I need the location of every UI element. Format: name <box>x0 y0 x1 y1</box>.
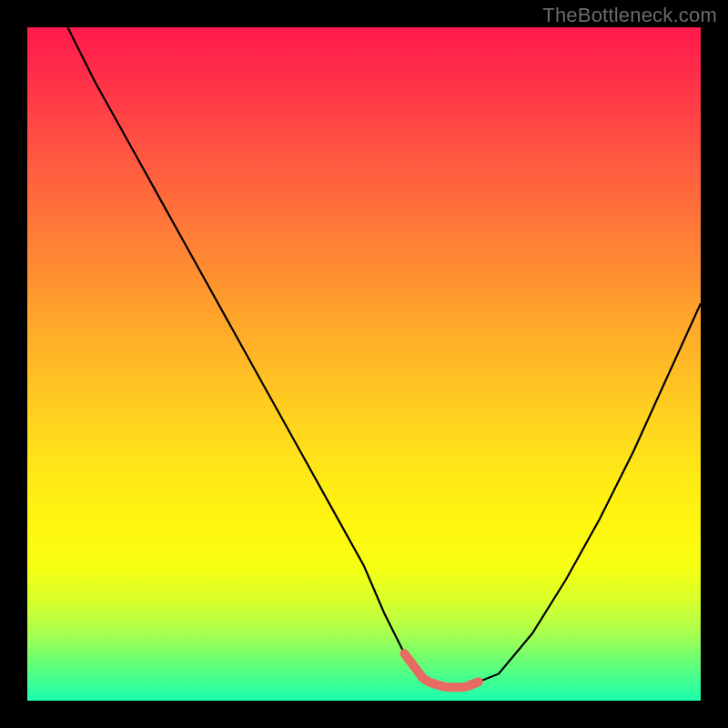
watermark-text: TheBottleneck.com <box>542 4 717 27</box>
chart-frame: TheBottleneck.com <box>0 0 728 728</box>
bottleneck-curve-line <box>67 27 701 687</box>
plot-area <box>27 27 701 701</box>
optimal-range-marker <box>404 653 478 687</box>
chart-svg <box>27 27 701 701</box>
